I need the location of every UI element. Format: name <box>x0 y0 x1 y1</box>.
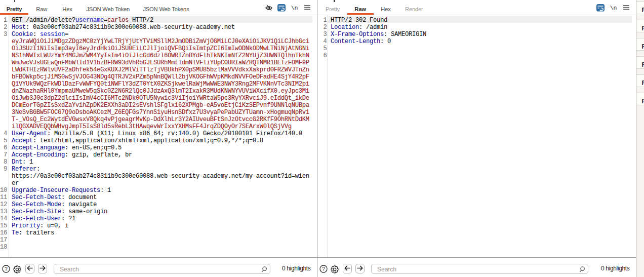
svg-text:?: ? <box>322 266 325 272</box>
svg-text:?: ? <box>5 266 8 272</box>
